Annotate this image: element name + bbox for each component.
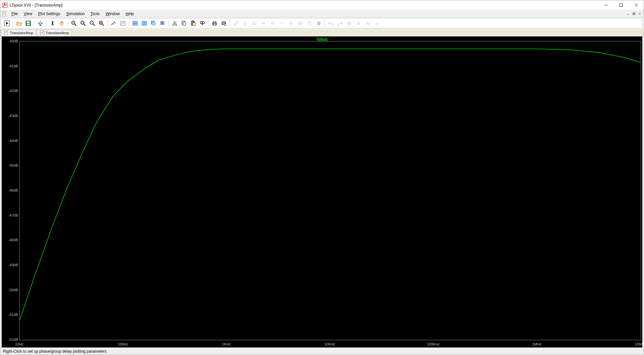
svg-rect-60 — [213, 24, 216, 25]
svg-text:.op: .op — [375, 22, 379, 25]
spice-directive-icon[interactable]: .op — [373, 19, 381, 28]
x-tick-label: 100Hz — [118, 342, 128, 346]
tile-vertical-icon[interactable] — [140, 19, 149, 28]
mdi-restore-button[interactable] — [631, 12, 636, 16]
open-icon[interactable] — [15, 19, 23, 28]
y-tick-label: -44dB — [2, 139, 18, 143]
maximize-button[interactable] — [613, 0, 629, 10]
svg-line-33 — [102, 24, 104, 26]
menu-tools[interactable]: Tools — [88, 11, 103, 17]
svg-rect-17 — [27, 21, 30, 23]
y-tick-label: -49dB — [2, 263, 18, 267]
svg-rect-38 — [133, 24, 137, 25]
svg-rect-5 — [2, 12, 6, 16]
y-tick-label: -40dB — [2, 39, 18, 43]
plot-canvas[interactable] — [19, 41, 641, 340]
zoom-area-icon[interactable] — [79, 19, 87, 28]
print-setup-icon[interactable] — [219, 19, 228, 28]
autorange-icon[interactable] — [109, 19, 118, 28]
status-text: Right-Click to set up phase/group delay … — [3, 349, 107, 354]
svg-line-49 — [173, 21, 176, 24]
mdi-close-button[interactable] — [637, 12, 642, 16]
svg-text:Aa: Aa — [365, 21, 370, 25]
draw-wire-icon[interactable] — [232, 19, 240, 28]
y-tick-label: -48dB — [2, 238, 18, 242]
menu-help[interactable]: Help — [123, 11, 136, 17]
mirror-icon[interactable]: EE — [354, 19, 363, 28]
text-icon[interactable]: Aa — [363, 19, 372, 28]
svg-line-48 — [174, 21, 176, 24]
print-icon[interactable] — [210, 19, 219, 28]
svg-marker-65 — [243, 23, 247, 26]
tab-waveform[interactable]: TransistorAmp — [37, 30, 72, 36]
trace-line[interactable] — [20, 49, 641, 320]
pan-icon[interactable] — [58, 19, 66, 28]
zoom-in-icon[interactable] — [70, 19, 78, 28]
schematic-file-icon — [4, 31, 9, 35]
copy-icon[interactable] — [180, 19, 188, 28]
paste-icon[interactable] — [189, 19, 197, 28]
svg-rect-18 — [27, 24, 30, 25]
svg-marker-74 — [290, 22, 292, 25]
tabbar: TransistorAmp TransistorAmp — [0, 29, 644, 36]
menu-window[interactable]: Window — [103, 11, 123, 17]
svg-rect-40 — [145, 21, 147, 25]
save-icon[interactable] — [24, 19, 33, 28]
x-tick-label: 10KHz — [324, 342, 335, 346]
menu-plot-settings[interactable]: Plot Settings — [35, 11, 63, 17]
titlebar: LTspice XVII - [TransistorAmp] — [0, 0, 644, 10]
label-net-icon[interactable]: A — [250, 19, 259, 28]
menu-simulation[interactable]: Simulation — [64, 11, 87, 17]
tab-label: TransistorAmp — [10, 31, 33, 35]
svg-rect-2 — [620, 4, 623, 7]
toolbar: A Ê EE Aa .op — [2, 18, 642, 29]
close-all-icon[interactable] — [158, 19, 167, 28]
diode-icon[interactable] — [287, 19, 295, 28]
ground-icon[interactable] — [241, 19, 249, 28]
tile-horizontal-icon[interactable] — [131, 19, 139, 28]
marching-waves-icon[interactable] — [119, 19, 127, 28]
zoom-out-icon[interactable] — [88, 19, 97, 28]
mdi-minimize-button[interactable] — [625, 12, 631, 16]
svg-point-46 — [173, 24, 174, 26]
component-icon[interactable] — [296, 19, 305, 28]
undo-icon[interactable] — [327, 19, 335, 28]
y-tick-label: -43dB — [2, 114, 18, 118]
waveform-file-icon — [40, 31, 44, 35]
close-button[interactable] — [629, 0, 644, 10]
y-tick-label: -42dB — [2, 89, 18, 93]
zoom-fit-icon[interactable] — [97, 19, 106, 28]
app-window: LTspice XVII - [TransistorAmp] File View… — [0, 0, 644, 355]
window-title: LTspice XVII - [TransistorAmp] — [10, 3, 598, 8]
redo-icon[interactable] — [336, 19, 344, 28]
cascade-icon[interactable] — [149, 19, 158, 28]
plot-area[interactable]: V(0ut) -40dB-41dB-42dB-43dB-44dB-45dB-46… — [2, 36, 642, 347]
y-tick-label: -45dB — [2, 163, 18, 167]
svg-rect-28 — [81, 22, 83, 23]
control-panel-icon[interactable] — [36, 19, 45, 28]
svg-line-27 — [84, 24, 85, 26]
tab-schematic[interactable]: TransistorAmp — [1, 30, 36, 36]
statusbar: Right-Click to set up phase/group delay … — [0, 347, 644, 355]
svg-rect-59 — [213, 21, 216, 23]
svg-marker-79 — [300, 22, 301, 24]
resistor-icon[interactable] — [259, 19, 268, 28]
x-tick-label: 1MHz — [532, 342, 542, 346]
mdi-controls — [625, 12, 644, 16]
tab-label: TransistorAmp — [46, 31, 69, 35]
drag-icon[interactable] — [314, 19, 323, 28]
inductor-icon[interactable] — [278, 19, 286, 28]
menu-file[interactable]: File — [9, 11, 20, 17]
y-tick-label: -51dB — [2, 313, 18, 317]
capacitor-icon[interactable] — [268, 19, 277, 28]
svg-rect-39 — [142, 21, 144, 25]
find-icon[interactable] — [198, 19, 207, 28]
minimize-button[interactable] — [598, 0, 613, 10]
run-person-icon[interactable] — [48, 19, 57, 28]
rotate-icon[interactable]: Ê — [345, 19, 354, 28]
cut-icon[interactable] — [171, 19, 179, 28]
run-icon[interactable] — [3, 19, 11, 28]
svg-rect-42 — [152, 22, 155, 25]
menu-view[interactable]: View — [21, 11, 35, 17]
move-icon[interactable] — [305, 19, 314, 28]
